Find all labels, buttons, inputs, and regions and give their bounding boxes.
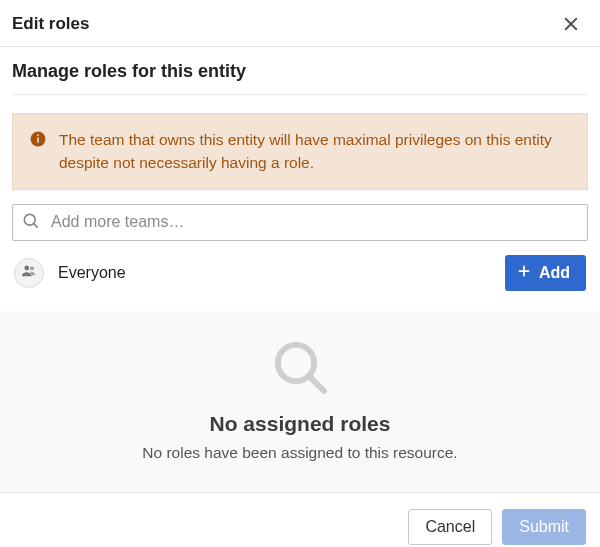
add-team-button[interactable]: Add bbox=[505, 255, 586, 291]
svg-point-8 bbox=[30, 266, 34, 270]
submit-button[interactable]: Submit bbox=[502, 509, 586, 545]
info-banner: The team that owns this entity will have… bbox=[12, 113, 588, 190]
modal-header: Edit roles bbox=[0, 0, 600, 47]
add-button-label: Add bbox=[539, 264, 570, 282]
search-icon bbox=[21, 211, 41, 234]
svg-point-7 bbox=[24, 266, 29, 271]
svg-rect-3 bbox=[37, 138, 39, 143]
people-icon bbox=[20, 262, 38, 283]
close-icon bbox=[562, 15, 580, 33]
svg-line-6 bbox=[34, 223, 38, 227]
svg-line-12 bbox=[309, 376, 324, 391]
svg-point-5 bbox=[24, 214, 35, 225]
team-avatar bbox=[14, 258, 44, 288]
team-name: Everyone bbox=[58, 264, 126, 282]
plus-icon bbox=[517, 264, 531, 282]
close-button[interactable] bbox=[558, 15, 584, 33]
modal-title: Edit roles bbox=[12, 14, 89, 34]
empty-title: No assigned roles bbox=[12, 412, 588, 436]
modal-footer: Cancel Submit bbox=[0, 492, 600, 548]
team-row-left: Everyone bbox=[14, 258, 126, 288]
modal-body: Manage roles for this entity The team th… bbox=[0, 47, 600, 492]
empty-state: No assigned roles No roles have been ass… bbox=[0, 311, 600, 492]
team-row: Everyone Add bbox=[12, 255, 588, 305]
svg-rect-4 bbox=[37, 135, 39, 137]
team-search[interactable] bbox=[12, 204, 588, 241]
section-title: Manage roles for this entity bbox=[12, 59, 588, 95]
empty-subtitle: No roles have been assigned to this reso… bbox=[12, 444, 588, 462]
cancel-button[interactable]: Cancel bbox=[408, 509, 492, 545]
magnifier-icon bbox=[12, 335, 588, 402]
info-icon bbox=[29, 128, 47, 148]
team-search-input[interactable] bbox=[49, 212, 579, 232]
edit-roles-modal: Edit roles Manage roles for this entity … bbox=[0, 0, 600, 547]
info-message: The team that owns this entity will have… bbox=[59, 128, 571, 175]
